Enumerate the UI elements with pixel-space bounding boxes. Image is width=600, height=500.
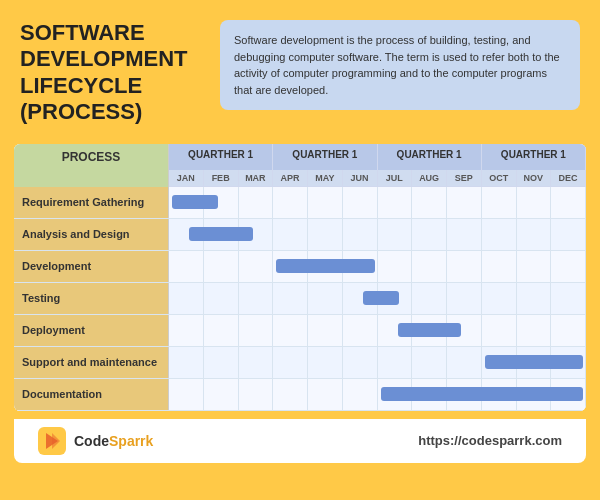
title-block: SOFTWARE DEVELOPMENT LIFECYCLE (PROCESS) xyxy=(20,20,200,126)
footer: CodeSparrk https://codesparrk.com xyxy=(14,419,586,463)
month-oct: OCT xyxy=(482,170,517,187)
month-feb: FEB xyxy=(204,170,239,187)
website-url: https://codesparrk.com xyxy=(418,433,562,448)
gantt-bar xyxy=(398,323,462,337)
logo-area: CodeSparrk xyxy=(38,427,153,455)
quarter-1-header: QUARTHER 1 xyxy=(169,144,273,170)
table-row: Deployment xyxy=(14,315,586,347)
table-row: Requirement Gathering xyxy=(14,187,586,219)
gantt-bar xyxy=(276,259,374,273)
logo-text: CodeSparrk xyxy=(74,433,153,449)
month-aug: AUG xyxy=(412,170,447,187)
quarter-4-header: QUARTHER 1 xyxy=(482,144,586,170)
month-may: MAY xyxy=(308,170,343,187)
table-row: Documentation xyxy=(14,379,586,411)
main-container: SOFTWARE DEVELOPMENT LIFECYCLE (PROCESS)… xyxy=(0,0,600,500)
table-row: Support and maintenance xyxy=(14,347,586,379)
month-apr: APR xyxy=(273,170,308,187)
month-jan: JAN xyxy=(169,170,204,187)
month-mar: MAR xyxy=(239,170,274,187)
top-section: SOFTWARE DEVELOPMENT LIFECYCLE (PROCESS)… xyxy=(0,0,600,136)
gantt-bar xyxy=(363,291,399,305)
process-name: Development xyxy=(14,251,169,282)
quarter-3-header: QUARTHER 1 xyxy=(378,144,482,170)
month-jun: JUN xyxy=(343,170,378,187)
gantt-bar xyxy=(172,195,218,209)
description-block: Software development is the process of b… xyxy=(220,20,580,110)
quarter-2-header: QUARTHER 1 xyxy=(273,144,377,170)
codesparrk-logo-icon xyxy=(38,427,66,455)
gantt-bar xyxy=(485,355,583,369)
process-header: PROCESS xyxy=(14,144,169,170)
month-nov: NOV xyxy=(517,170,552,187)
process-name: Support and maintenance xyxy=(14,347,169,378)
table-row: Analysis and Design xyxy=(14,219,586,251)
table-row: Development xyxy=(14,251,586,283)
gantt-chart: PROCESS QUARTHER 1 QUARTHER 1 QUARTHER 1… xyxy=(14,144,586,411)
process-name: Analysis and Design xyxy=(14,219,169,250)
page-title: SOFTWARE DEVELOPMENT LIFECYCLE (PROCESS) xyxy=(20,20,200,126)
description-text: Software development is the process of b… xyxy=(234,32,566,98)
gantt-bar xyxy=(189,227,253,241)
month-sep: SEP xyxy=(447,170,482,187)
process-name: Testing xyxy=(14,283,169,314)
gantt-rows: Requirement GatheringAnalysis and Design… xyxy=(14,187,586,411)
month-dec: DEC xyxy=(551,170,586,187)
gantt-bar xyxy=(381,387,584,401)
process-name: Deployment xyxy=(14,315,169,346)
month-jul: JUL xyxy=(378,170,413,187)
process-name: Requirement Gathering xyxy=(14,187,169,218)
table-row: Testing xyxy=(14,283,586,315)
process-name: Documentation xyxy=(14,379,169,410)
